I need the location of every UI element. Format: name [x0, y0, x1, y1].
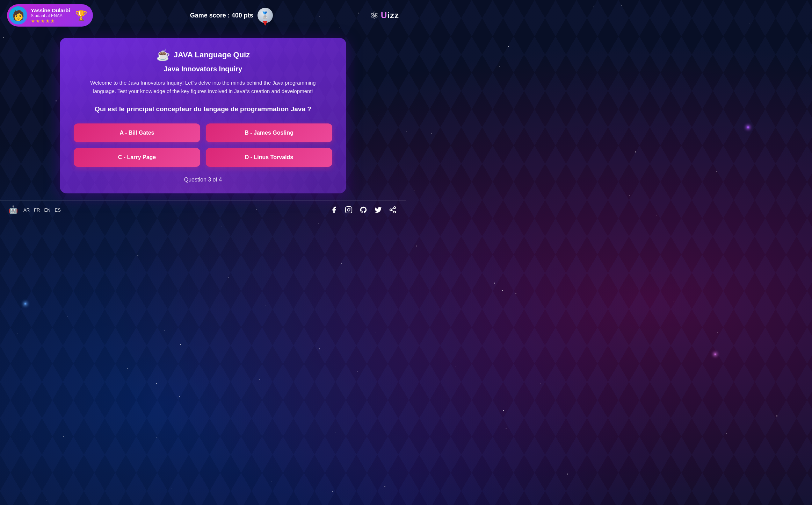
svg-point-4 — [390, 209, 392, 211]
user-stars: ★★★★★ — [31, 18, 70, 24]
app-name: Uizz — [381, 10, 399, 20]
quiz-title: JAVA Language Quiz — [174, 50, 250, 59]
bottom-bar: 🤖 AR FR EN ES — [0, 200, 406, 219]
quiz-question: Qui est le principal concepteur du langa… — [74, 105, 332, 113]
answer-c[interactable]: C - Larry Page — [74, 148, 200, 167]
quiz-subtitle: Java Innovators Inquiry — [74, 65, 332, 73]
user-name: Yassine Oularbi — [31, 7, 70, 13]
medal-icon: 🥈 — [258, 8, 273, 23]
user-info: Yassine Oularbi Studant at ENAA ★★★★★ — [31, 7, 70, 24]
svg-line-6 — [392, 210, 394, 212]
svg-point-2 — [350, 208, 351, 208]
answer-a[interactable]: A - Bill Gates — [74, 123, 200, 142]
language-links: 🤖 AR FR EN ES — [8, 205, 62, 214]
lang-en[interactable]: EN — [43, 207, 52, 213]
quiz-card: ☕ JAVA Language Quiz Java Innovators Inq… — [60, 38, 346, 193]
avatar: 🧑 — [9, 6, 27, 24]
svg-point-3 — [394, 207, 396, 209]
svg-line-7 — [392, 208, 394, 209]
medal-symbol: 🥈 — [261, 11, 269, 20]
instagram-icon[interactable] — [344, 205, 354, 215]
svg-point-1 — [347, 208, 350, 211]
social-icons — [329, 205, 398, 215]
main-content: ☕ JAVA Language Quiz Java Innovators Inq… — [0, 31, 406, 197]
user-card: 🧑 Yassine Oularbi Studant at ENAA ★★★★★ … — [7, 4, 93, 27]
trophy-icon: 🏆 — [75, 10, 87, 21]
score-area: Game score : 400 pts 🥈 — [190, 8, 273, 23]
java-icon: ☕ — [156, 48, 170, 62]
lang-ar[interactable]: AR — [22, 207, 31, 213]
quiz-title-row: ☕ JAVA Language Quiz — [74, 48, 332, 62]
lang-es[interactable]: ES — [53, 207, 62, 213]
twitter-icon[interactable] — [373, 205, 383, 215]
share-icon[interactable] — [388, 205, 398, 215]
quiz-description: Welcome to the Java Innovators Inquiry! … — [84, 79, 322, 95]
answers-grid: A - Bill Gates B - James Gosling C - Lar… — [74, 123, 332, 167]
lang-fr[interactable]: FR — [32, 207, 41, 213]
topbar: 🧑 Yassine Oularbi Studant at ENAA ★★★★★ … — [0, 0, 406, 31]
atom-icon: ⚛ — [370, 10, 379, 21]
svg-rect-0 — [346, 207, 352, 213]
robot-icon: 🤖 — [8, 205, 18, 214]
quiz-header: ☕ JAVA Language Quiz Java Innovators Inq… — [74, 48, 332, 95]
question-counter: Question 3 of 4 — [74, 177, 332, 183]
svg-point-5 — [394, 211, 396, 213]
github-icon[interactable] — [358, 205, 368, 215]
logo: ⚛ Uizz — [370, 10, 399, 21]
answer-b[interactable]: B - James Gosling — [206, 123, 332, 142]
answer-d[interactable]: D - Linus Torvalds — [206, 148, 332, 167]
score-label: Game score : 400 pts — [190, 12, 253, 19]
user-role: Studant at ENAA — [31, 13, 70, 18]
facebook-icon[interactable] — [329, 205, 339, 215]
